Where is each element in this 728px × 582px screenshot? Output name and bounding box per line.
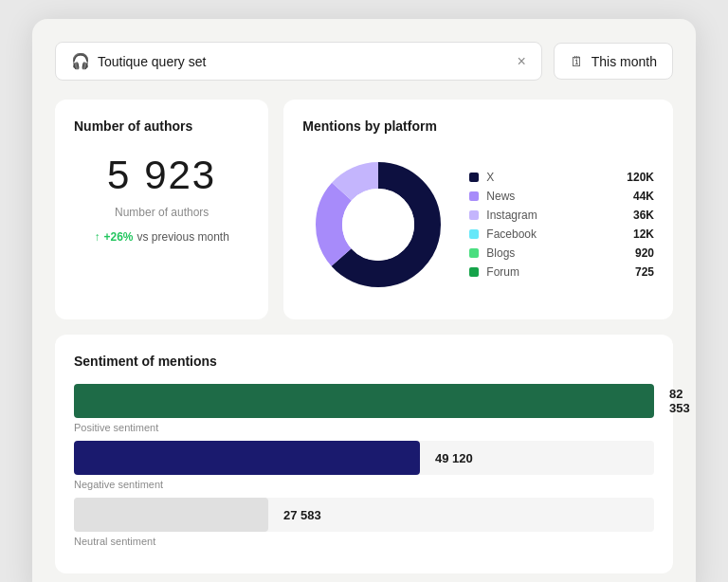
- mentions-card: Mentions by platform: [283, 100, 673, 319]
- bar-fill: [74, 384, 654, 418]
- legend-item: Instagram 36K: [469, 209, 654, 222]
- legend-label: Facebook: [486, 227, 626, 241]
- svg-point-6: [342, 189, 414, 261]
- calendar-icon: 🗓: [570, 53, 584, 69]
- close-button[interactable]: ×: [517, 53, 525, 70]
- authors-card-title: Number of authors: [74, 118, 249, 134]
- donut-chart: [302, 149, 454, 300]
- mentions-content: X 120K News 44K Instagram 36K Facebook 1…: [302, 149, 654, 300]
- bar-value: 49 120: [428, 451, 665, 465]
- growth-suffix: vs previous month: [136, 230, 228, 244]
- bar-row: 82 353 Positive sentiment: [74, 384, 654, 433]
- legend-label: Forum: [486, 265, 628, 279]
- date-filter[interactable]: 🗓 This month: [554, 43, 673, 80]
- authors-sublabel: Number of authors: [74, 206, 249, 219]
- bar-fill: [74, 441, 420, 475]
- legend-dot: [469, 173, 479, 182]
- authors-growth: ↑ +26% vs previous month: [74, 230, 249, 244]
- legend-value: 36K: [633, 209, 654, 222]
- legend: X 120K News 44K Instagram 36K Facebook 1…: [469, 171, 654, 279]
- bar-row: 27 583 Neutral sentiment: [74, 498, 654, 547]
- query-label: Toutique query set: [98, 54, 206, 69]
- bar-value: 27 583: [276, 508, 673, 522]
- legend-label: Blogs: [486, 246, 628, 260]
- query-pill[interactable]: 🎧 Toutique query set ×: [55, 42, 542, 81]
- legend-item: News 44K: [469, 190, 654, 203]
- bar-row: 49 120 Negative sentiment: [74, 441, 654, 490]
- legend-item: Blogs 920: [469, 246, 654, 260]
- bar-fill: [74, 498, 268, 532]
- bar-label: Neutral sentiment: [74, 536, 654, 547]
- authors-number: 5 923: [74, 153, 249, 198]
- legend-label: Instagram: [486, 209, 626, 222]
- legend-dot: [469, 248, 479, 258]
- legend-item: Facebook 12K: [469, 227, 654, 241]
- cards-row: Number of authors 5 923 Number of author…: [55, 100, 673, 319]
- sentiment-bars: 82 353 Positive sentiment 49 120 Negativ…: [74, 384, 654, 547]
- date-label: This month: [592, 54, 657, 69]
- legend-dot: [469, 191, 479, 201]
- main-window: 🎧 Toutique query set × 🗓 This month Numb…: [32, 19, 696, 582]
- legend-value: 12K: [633, 227, 654, 241]
- legend-dot: [469, 229, 479, 239]
- bar-label: Negative sentiment: [74, 479, 654, 490]
- legend-item: X 120K: [469, 171, 654, 184]
- legend-dot: [469, 267, 479, 277]
- bar-value: 82 353: [662, 387, 669, 415]
- mentions-card-title: Mentions by platform: [302, 118, 654, 134]
- legend-value: 920: [635, 246, 654, 260]
- legend-label: News: [486, 190, 626, 203]
- legend-dot: [469, 210, 479, 220]
- growth-arrow: ↑: [94, 230, 100, 244]
- growth-value: +26%: [103, 230, 133, 244]
- legend-value: 44K: [633, 190, 654, 203]
- legend-item: Forum 725: [469, 265, 654, 279]
- authors-card: Number of authors 5 923 Number of author…: [55, 100, 268, 319]
- sentiment-title: Sentiment of mentions: [74, 354, 654, 369]
- legend-label: X: [486, 171, 619, 184]
- top-bar: 🎧 Toutique query set × 🗓 This month: [55, 42, 673, 81]
- bar-label: Positive sentiment: [74, 422, 654, 433]
- headphones-icon: 🎧: [71, 52, 90, 70]
- legend-value: 725: [635, 265, 654, 279]
- sentiment-card: Sentiment of mentions 82 353 Positive se…: [55, 335, 673, 573]
- legend-value: 120K: [627, 171, 654, 184]
